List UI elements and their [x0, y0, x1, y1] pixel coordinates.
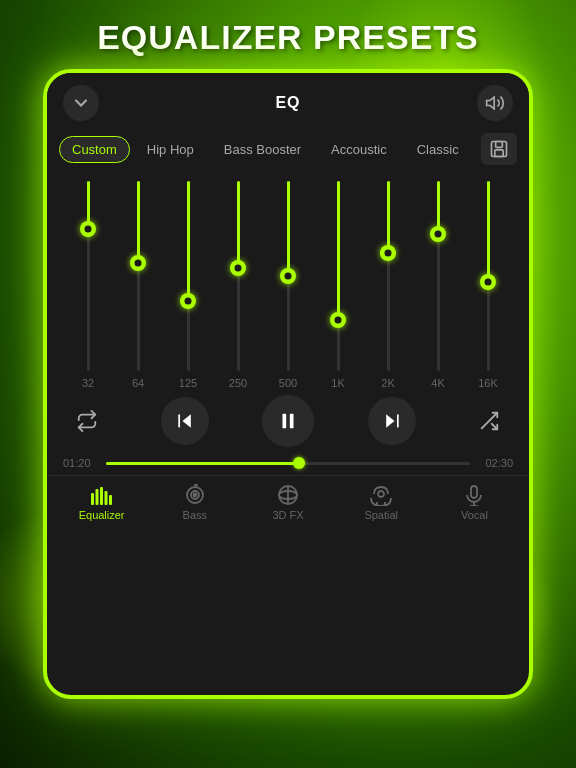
- slider-col-16K: 16K: [463, 181, 513, 377]
- slider-thumb-250[interactable]: [230, 260, 246, 276]
- slider-thumb-1K[interactable]: [330, 312, 346, 328]
- 3dfx-icon: [275, 484, 301, 506]
- slider-fill-top-125: [187, 181, 190, 301]
- page-title: EQUALIZER PRESETS: [0, 0, 576, 69]
- forward-button[interactable]: [368, 397, 416, 445]
- slider-thumb-4K[interactable]: [430, 226, 446, 242]
- slider-track-32[interactable]: [87, 181, 90, 371]
- slider-col-125: 125: [163, 181, 213, 377]
- equalizer-icon: [89, 484, 115, 506]
- slider-fill-top-250: [237, 181, 240, 268]
- nav-equalizer-label: Equalizer: [79, 509, 125, 521]
- slider-thumb-500[interactable]: [280, 268, 296, 284]
- rewind-button[interactable]: [161, 397, 209, 445]
- slider-thumb-125[interactable]: [180, 293, 196, 309]
- svg-rect-2: [496, 142, 503, 148]
- svg-marker-4: [182, 414, 190, 427]
- slider-thumb-inner-4K: [435, 231, 442, 238]
- nav-spatial-label: Spatial: [364, 509, 398, 521]
- slider-thumb-inner-250: [235, 265, 242, 272]
- freq-label-64: 64: [132, 377, 144, 389]
- freq-label-16K: 16K: [478, 377, 498, 389]
- nav-bass[interactable]: Bass: [148, 484, 241, 521]
- device-frame: EQ Custom Hip Hop Bass Booster Accoustic…: [43, 69, 533, 699]
- slider-track-250[interactable]: [237, 181, 240, 371]
- freq-label-500: 500: [279, 377, 297, 389]
- total-time: 02:30: [478, 457, 513, 469]
- pause-button[interactable]: [262, 395, 314, 447]
- back-button[interactable]: [63, 85, 99, 121]
- slider-col-64: 64: [113, 181, 163, 377]
- svg-rect-3: [495, 150, 503, 157]
- tab-classic[interactable]: Classic: [404, 136, 472, 163]
- current-time: 01:20: [63, 457, 98, 469]
- slider-thumb-64[interactable]: [130, 255, 146, 271]
- tab-bass-booster[interactable]: Bass Booster: [211, 136, 314, 163]
- slider-col-1K: 1K: [313, 181, 363, 377]
- progress-fill: [106, 462, 299, 465]
- svg-rect-14: [100, 487, 103, 505]
- eq-title: EQ: [275, 94, 300, 112]
- slider-thumb-16K[interactable]: [480, 274, 496, 290]
- svg-rect-12: [91, 493, 94, 505]
- slider-thumb-inner-125: [185, 298, 192, 305]
- slider-col-2K: 2K: [363, 181, 413, 377]
- slider-col-250: 250: [213, 181, 263, 377]
- slider-thumb-32[interactable]: [80, 221, 96, 237]
- bass-icon: [182, 484, 208, 506]
- slider-thumb-inner-16K: [485, 279, 492, 286]
- svg-rect-15: [104, 491, 107, 505]
- slider-col-4K: 4K: [413, 181, 463, 377]
- nav-vocal-label: Vocal: [461, 509, 488, 521]
- shuffle-button[interactable]: [469, 401, 509, 441]
- slider-thumb-inner-64: [135, 260, 142, 267]
- slider-thumb-inner-2K: [385, 250, 392, 257]
- nav-spatial[interactable]: Spatial: [335, 484, 428, 521]
- slider-track-64[interactable]: [137, 181, 140, 371]
- save-button[interactable]: [481, 133, 517, 165]
- playback-controls: [47, 385, 529, 457]
- slider-fill-top-64: [137, 181, 140, 263]
- slider-thumb-inner-1K: [335, 317, 342, 324]
- slider-thumb-inner-500: [285, 273, 292, 280]
- slider-col-500: 500: [263, 181, 313, 377]
- bottom-nav: Equalizer Bass 3D FX: [47, 475, 529, 531]
- freq-label-125: 125: [179, 377, 197, 389]
- slider-col-32: 32: [63, 181, 113, 377]
- svg-marker-8: [386, 414, 394, 427]
- vocal-icon: [461, 484, 487, 506]
- slider-track-500[interactable]: [287, 181, 290, 371]
- top-bar: EQ: [47, 73, 529, 129]
- slider-fill-top-16K: [487, 181, 490, 282]
- slider-track-4K[interactable]: [437, 181, 440, 371]
- nav-bass-label: Bass: [183, 509, 207, 521]
- svg-point-19: [193, 494, 196, 497]
- slider-track-1K[interactable]: [337, 181, 340, 371]
- freq-label-1K: 1K: [331, 377, 344, 389]
- tab-custom[interactable]: Custom: [59, 136, 130, 163]
- slider-track-125[interactable]: [187, 181, 190, 371]
- speaker-button[interactable]: [477, 85, 513, 121]
- svg-rect-27: [471, 486, 477, 498]
- slider-track-16K[interactable]: [487, 181, 490, 371]
- progress-thumb: [293, 457, 305, 469]
- nav-3dfx[interactable]: 3D FX: [241, 484, 334, 521]
- tab-hiphop[interactable]: Hip Hop: [134, 136, 207, 163]
- freq-label-4K: 4K: [431, 377, 444, 389]
- slider-thumb-2K[interactable]: [380, 245, 396, 261]
- progress-track[interactable]: [106, 462, 470, 465]
- svg-rect-7: [290, 414, 294, 429]
- nav-vocal[interactable]: Vocal: [428, 484, 521, 521]
- repeat-button[interactable]: [67, 401, 107, 441]
- slider-fill-top-1K: [337, 181, 340, 320]
- svg-rect-6: [283, 414, 287, 429]
- slider-fill-top-500: [287, 181, 290, 276]
- svg-marker-0: [487, 97, 495, 109]
- spatial-icon: [368, 484, 394, 506]
- slider-track-2K[interactable]: [387, 181, 390, 371]
- eq-area: 32641252505001K2K4K16K: [47, 173, 529, 385]
- slider-fill-top-2K: [387, 181, 390, 253]
- nav-equalizer[interactable]: Equalizer: [55, 484, 148, 521]
- tab-accoustic[interactable]: Accoustic: [318, 136, 400, 163]
- freq-label-2K: 2K: [381, 377, 394, 389]
